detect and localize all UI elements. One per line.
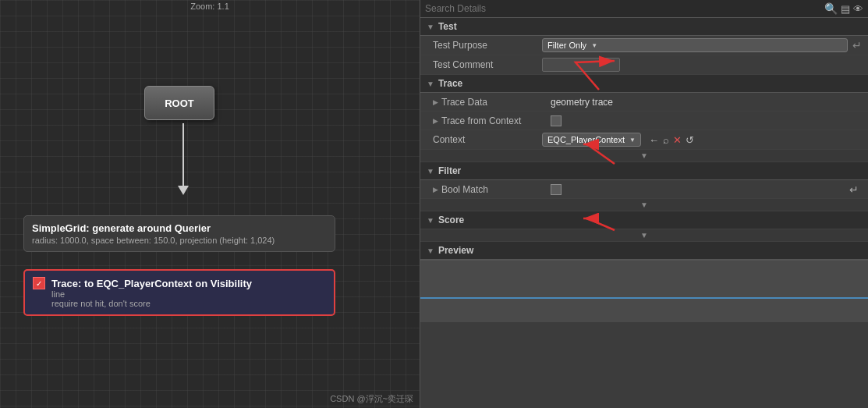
trace-from-context-expand-arrow[interactable]: ▶ [433,117,438,125]
test-purpose-dropdown-text: Filter Only [547,41,586,50]
bool-match-checkbox[interactable] [551,184,562,195]
test-comment-row: Test Comment [420,55,868,75]
trace-chevron-down-icon: ▼ [640,151,648,160]
root-node[interactable]: ROOT [144,86,214,120]
bool-match-reset-icon[interactable]: ↵ [849,183,859,196]
watermark: CSDN @浮沉~奕迁琛 [330,393,413,405]
test-comment-input[interactable] [542,58,620,72]
node-connector [178,123,189,195]
preview-section-label: Preview [438,245,473,256]
trace-sub1: line [51,289,326,299]
search-input[interactable] [425,3,821,14]
trace-from-context-row: ▶ Trace from Context [420,112,868,130]
test-purpose-reset-icon[interactable]: ↵ [852,39,862,51]
score-section-label: Score [438,215,464,225]
context-search-icon[interactable]: ⌕ [663,134,669,146]
score-section-header[interactable]: ▼ Score [420,211,868,229]
context-dropdown-arrow: ▼ [629,137,636,144]
test-section-header[interactable]: ▼ Test [420,18,868,36]
context-value: EQC_PlayerContext ▼ ← ⌕ ✕ ↺ [542,133,862,147]
context-label: Context [433,134,542,145]
simplegrid-sub: radius: 1000.0, space between: 150.0, pr… [32,236,327,245]
preview-area [420,260,868,322]
bool-match-expand-arrow[interactable]: ▶ [433,186,438,193]
trace-section-arrow: ▼ [427,80,434,88]
details-panel: 🔍 ▤ 👁 ▼ Test Test Purpose Filter Only ▼ … [420,0,868,408]
eye-icon[interactable]: 👁 [853,3,863,15]
trace-expand-row[interactable]: ▼ [420,150,868,162]
filter-expand-row[interactable]: ▼ [420,199,868,211]
score-section-arrow: ▼ [427,216,434,225]
test-purpose-dropdown[interactable]: Filter Only ▼ [542,38,848,52]
bool-match-label: Bool Match [441,184,551,195]
trace-section-header[interactable]: ▼ Trace [420,75,868,93]
context-icons: ← ⌕ ✕ ↺ [649,134,694,146]
preview-section-arrow: ▼ [427,247,434,255]
simplegrid-title: SimpleGrid: generate around Querier [32,222,327,234]
trace-data-expand-arrow[interactable]: ▶ [433,98,438,106]
test-purpose-label: Test Purpose [433,40,542,51]
test-section-arrow: ▼ [427,23,434,31]
search-bar: 🔍 ▤ 👁 [420,0,868,18]
trace-data-row: ▶ Trace Data geometry trace [420,93,868,112]
test-purpose-value: Filter Only ▼ [542,38,848,52]
trace-checkbox[interactable]: ✓ [33,277,45,289]
search-icon[interactable]: 🔍 [824,2,838,15]
trace-data-label: Trace Data [441,97,551,108]
context-row: Context EQC_PlayerContext ▼ ← ⌕ ✕ ↺ [420,130,868,150]
score-expand-row[interactable]: ▼ [420,229,868,242]
trace-from-context-checkbox[interactable] [551,115,562,126]
context-dropdown[interactable]: EQC_PlayerContext ▼ [542,133,641,147]
simplegrid-node[interactable]: SimpleGrid: generate around Querier radi… [23,215,335,252]
test-comment-value [542,58,862,72]
toolbar-icons: ▤ 👁 [841,3,863,15]
context-clear-icon[interactable]: ✕ [673,134,682,146]
trace-from-context-label: Trace from Context [441,115,551,126]
score-chevron-down-icon: ▼ [640,231,648,239]
test-purpose-row: Test Purpose Filter Only ▼ ↵ [420,36,868,55]
root-label: ROOT [165,98,194,109]
test-section-label: Test [438,21,457,32]
list-view-icon[interactable]: ▤ [841,3,850,15]
filter-chevron-down-icon: ▼ [640,200,648,209]
trace-sub2: require not hit, don't score [51,299,326,308]
filter-section-label: Filter [438,165,461,176]
trace-node[interactable]: ✓ Trace: to EQC_PlayerContext on Visibil… [23,269,335,316]
filter-section-arrow: ▼ [427,167,434,176]
bool-match-row: ▶ Bool Match ↵ [420,180,868,199]
context-nav-back-icon[interactable]: ← [649,134,659,146]
trace-node-title: Trace: to EQC_PlayerContext on Visibilit… [51,278,252,289]
node-editor: Zoom: 1.1 ROOT SimpleGrid: generate arou… [0,0,420,408]
test-comment-label: Test Comment [433,59,542,70]
filter-section-header[interactable]: ▼ Filter [420,162,868,180]
panel-content: ▼ Test Test Purpose Filter Only ▼ ↵ Test… [420,18,868,408]
trace-section-label: Trace [438,78,462,89]
preview-section-header[interactable]: ▼ Preview [420,242,868,260]
zoom-label: Zoom: 1.1 [190,2,229,11]
context-refresh-icon[interactable]: ↺ [686,134,694,146]
trace-data-value: geometry trace [551,97,862,108]
context-dropdown-text: EQC_PlayerContext [547,135,625,144]
preview-line [420,297,868,299]
test-purpose-dropdown-arrow: ▼ [591,42,597,49]
